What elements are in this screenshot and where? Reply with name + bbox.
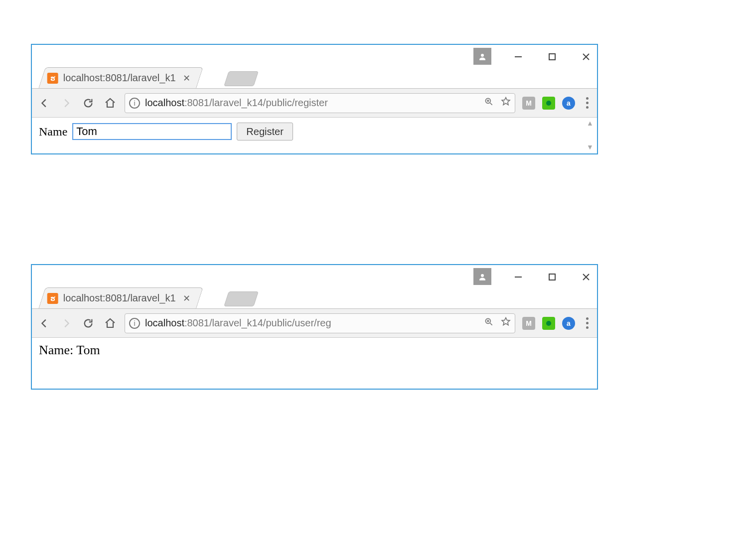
url-path: :8081/laravel_k14/public/register: [184, 97, 328, 108]
url-host: localhost: [145, 317, 184, 328]
tab-title: localhost:8081/laravel_k1: [63, 292, 176, 304]
tab-close-icon[interactable]: ✕: [181, 73, 192, 84]
svg-rect-1: [515, 56, 522, 57]
register-form: Name Register: [39, 123, 590, 140]
result-text: Name: Tom: [39, 343, 590, 358]
extension-m-icon[interactable]: M: [522, 317, 535, 330]
home-button[interactable]: [103, 316, 118, 331]
window-controls: [473, 268, 593, 286]
minimize-button[interactable]: [511, 270, 525, 284]
close-button[interactable]: [579, 270, 593, 284]
new-tab-button[interactable]: [224, 71, 259, 86]
back-button[interactable]: [37, 316, 52, 331]
site-info-icon[interactable]: i: [129, 98, 140, 109]
extension-q-icon[interactable]: [542, 97, 555, 110]
extension-q-icon[interactable]: [542, 317, 555, 330]
extension-a-icon[interactable]: a: [562, 97, 575, 110]
profile-icon[interactable]: [473, 48, 491, 66]
titlebar: [32, 45, 597, 65]
svg-rect-7: [549, 274, 555, 280]
extension-m-icon[interactable]: M: [522, 97, 535, 110]
site-info-icon[interactable]: i: [129, 318, 140, 329]
page-content: Name: Tom: [32, 338, 597, 389]
forward-button[interactable]: [59, 316, 74, 331]
tab-title: localhost:8081/laravel_k1: [63, 72, 176, 84]
new-tab-button[interactable]: [224, 291, 259, 306]
svg-point-5: [481, 274, 484, 277]
home-button[interactable]: [103, 96, 118, 111]
browser-window-2: ຮ localhost:8081/laravel_k1 ✕ i localhos…: [31, 264, 598, 390]
toolbar: i localhost:8081/laravel_k14/public/user…: [32, 309, 597, 338]
toolbar: i localhost:8081/laravel_k14/public/regi…: [32, 89, 597, 118]
url-path: :8081/laravel_k14/public/user/reg: [184, 317, 331, 328]
register-button[interactable]: Register: [237, 123, 293, 140]
bookmark-star-icon[interactable]: [501, 97, 511, 109]
reload-button[interactable]: [81, 96, 96, 111]
svg-point-9: [546, 321, 551, 326]
tab-active[interactable]: ຮ localhost:8081/laravel_k1 ✕: [38, 287, 203, 308]
svg-rect-6: [515, 277, 522, 278]
minimize-button[interactable]: [511, 50, 525, 64]
scrollbar[interactable]: ▲ ▼: [585, 120, 595, 151]
browser-window-1: ຮ localhost:8081/laravel_k1 ✕ i localhos…: [31, 44, 598, 154]
zoom-icon[interactable]: [484, 317, 494, 329]
xampp-favicon-icon: ຮ: [47, 293, 58, 304]
tab-close-icon[interactable]: ✕: [181, 293, 192, 304]
maximize-button[interactable]: [545, 270, 559, 284]
browser-menu-icon[interactable]: [582, 97, 592, 109]
url-host: localhost: [145, 97, 184, 108]
tab-strip: ຮ localhost:8081/laravel_k1 ✕: [32, 285, 597, 309]
scroll-up-icon[interactable]: ▲: [587, 120, 594, 128]
svg-point-0: [481, 54, 484, 57]
zoom-icon[interactable]: [484, 97, 494, 109]
svg-point-4: [546, 101, 551, 106]
xampp-favicon-icon: ຮ: [47, 73, 58, 84]
address-bar[interactable]: i localhost:8081/laravel_k14/public/user…: [125, 313, 515, 333]
forward-button[interactable]: [59, 96, 74, 111]
name-label: Name: [39, 125, 67, 139]
bookmark-star-icon[interactable]: [501, 317, 511, 329]
maximize-button[interactable]: [545, 50, 559, 64]
name-input[interactable]: [72, 123, 232, 140]
titlebar: [32, 265, 597, 285]
tab-active[interactable]: ຮ localhost:8081/laravel_k1 ✕: [38, 67, 203, 88]
tab-strip: ຮ localhost:8081/laravel_k1 ✕: [32, 65, 597, 89]
extension-a-icon[interactable]: a: [562, 317, 575, 330]
address-bar[interactable]: i localhost:8081/laravel_k14/public/regi…: [125, 93, 515, 113]
close-button[interactable]: [579, 50, 593, 64]
browser-menu-icon[interactable]: [582, 317, 592, 329]
window-controls: [473, 48, 593, 66]
page-content: Name Register ▲ ▼: [32, 118, 597, 153]
svg-rect-2: [549, 54, 555, 60]
reload-button[interactable]: [81, 316, 96, 331]
back-button[interactable]: [37, 96, 52, 111]
scroll-down-icon[interactable]: ▼: [587, 143, 594, 151]
profile-icon[interactable]: [473, 268, 491, 286]
